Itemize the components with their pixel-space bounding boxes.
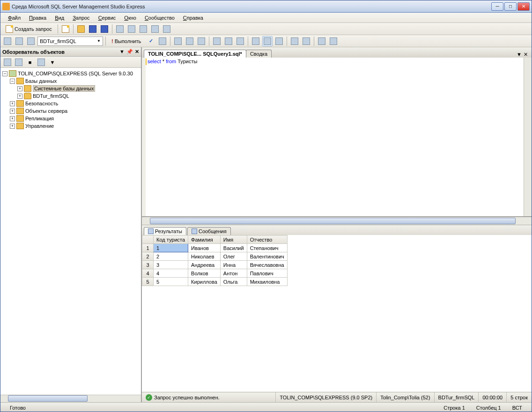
tb2-e[interactable]: [223, 36, 234, 46]
object-tree[interactable]: – TOLIN_COMP\SQLEXPRESS (SQL Server 9.0.…: [0, 68, 141, 395]
tree-management[interactable]: + Управление: [0, 122, 141, 130]
cell-lname[interactable]: Кириллова: [188, 278, 221, 286]
cell-id[interactable]: 2: [154, 252, 188, 261]
menu-file[interactable]: Файл: [4, 14, 24, 22]
editor-content[interactable]: select * from Туристы: [146, 58, 524, 216]
new-file-button[interactable]: [60, 24, 71, 34]
cell-mname[interactable]: Михаиловна: [247, 278, 287, 286]
pin-icon[interactable]: 📌: [126, 49, 133, 55]
expand-icon[interactable]: +: [10, 116, 15, 121]
col-fname[interactable]: Имя: [220, 235, 247, 244]
tb2-d[interactable]: [212, 36, 222, 46]
tb2-b[interactable]: [185, 36, 195, 46]
explorer-scrollbar[interactable]: [0, 395, 141, 402]
cell-id[interactable]: 3: [154, 261, 188, 269]
tree-root[interactable]: – TOLIN_COMP\SQLEXPRESS (SQL Server 9.0.…: [0, 70, 141, 77]
cell-fname[interactable]: Антон: [220, 269, 247, 278]
save-button[interactable]: [88, 24, 98, 34]
table-row[interactable]: 11ИвановВасилийСтепанович: [142, 244, 288, 252]
connect-button[interactable]: [2, 36, 13, 46]
tb-btn-b[interactable]: [126, 24, 137, 34]
oe-filter-button[interactable]: ▼: [47, 57, 58, 67]
cell-fname[interactable]: Инна: [220, 261, 247, 269]
tree-replication[interactable]: + Репликация: [0, 115, 141, 122]
execute-button[interactable]: ! Выполнить: [108, 37, 144, 45]
menu-view[interactable]: Вид: [51, 14, 68, 22]
close-panel-icon[interactable]: ✕: [135, 49, 139, 55]
menu-query[interactable]: Запрос: [69, 14, 93, 22]
sql-editor[interactable]: select * from Туристы: [142, 58, 532, 217]
parse-button[interactable]: ✓: [146, 36, 156, 46]
maximize-button[interactable]: □: [504, 2, 517, 11]
table-row[interactable]: 22НиколаевОлегВалентинович: [142, 252, 288, 261]
menu-edit[interactable]: Правка: [25, 14, 50, 22]
cell-id[interactable]: 1: [154, 244, 188, 252]
menu-tools[interactable]: Сервис: [95, 14, 120, 22]
tb2-f[interactable]: [235, 36, 245, 46]
cell-id[interactable]: 4: [154, 269, 188, 278]
minimize-button[interactable]: ─: [491, 2, 503, 11]
results-text-button[interactable]: [251, 36, 261, 46]
tab-messages[interactable]: Сообщения: [187, 227, 231, 235]
expand-icon[interactable]: –: [10, 79, 15, 84]
table-row[interactable]: 55КирилловаОльгаМихаиловна: [142, 278, 288, 286]
tree-databases[interactable]: – Базы данных: [0, 77, 141, 85]
oe-disconnect-button[interactable]: [14, 57, 24, 67]
cell-lname[interactable]: Андреева: [188, 261, 221, 269]
menu-help[interactable]: Справка: [179, 14, 207, 22]
tab-close-icon[interactable]: ✕: [524, 52, 528, 58]
change-connection-button[interactable]: [26, 36, 36, 46]
oe-connect-button[interactable]: [2, 57, 13, 67]
tab-results[interactable]: Результаты: [144, 227, 186, 235]
results-file-button[interactable]: [274, 36, 284, 46]
tab-dropdown-icon[interactable]: ▼: [517, 52, 522, 58]
dropdown-icon[interactable]: ▼: [119, 49, 125, 55]
results-grid[interactable]: Код туриста Фамилия Имя Отчество 11Ивано…: [142, 235, 532, 392]
database-combo[interactable]: BDTur_firmSQL ▼: [37, 37, 103, 46]
cell-mname[interactable]: Павлович: [247, 269, 287, 278]
col-lname[interactable]: Фамилия: [188, 235, 221, 244]
cell-mname[interactable]: Степанович: [247, 244, 287, 252]
cell-lname[interactable]: Иванов: [188, 244, 221, 252]
uncomment-button[interactable]: [328, 36, 339, 46]
tree-userdb[interactable]: + BDTur_firmSQL: [0, 92, 141, 100]
disconnect-button[interactable]: [14, 36, 24, 46]
cell-id[interactable]: 5: [154, 278, 188, 286]
tb-btn-e[interactable]: [162, 24, 172, 34]
menu-community[interactable]: Сообщество: [141, 14, 178, 22]
tb-btn-d[interactable]: [150, 24, 160, 34]
table-row[interactable]: 44ВолковАнтонПавлович: [142, 269, 288, 278]
expand-icon[interactable]: +: [17, 86, 22, 91]
tb-btn-a[interactable]: [115, 24, 125, 34]
comment-button[interactable]: [317, 36, 327, 46]
editor-hscrollbar[interactable]: [142, 217, 532, 225]
tb2-c[interactable]: [196, 36, 207, 46]
tree-sysdb[interactable]: + Системные базы данных: [0, 85, 141, 92]
col-mname[interactable]: Отчество: [247, 235, 287, 244]
expand-icon[interactable]: +: [10, 109, 15, 114]
tree-security[interactable]: + Безопасность: [0, 100, 141, 107]
cell-mname[interactable]: Валентинович: [247, 252, 287, 261]
expand-icon[interactable]: +: [10, 101, 15, 106]
cell-fname[interactable]: Василий: [220, 244, 247, 252]
tree-serverobj[interactable]: + Объекты сервера: [0, 107, 141, 115]
cell-fname[interactable]: Олег: [220, 252, 247, 261]
indent-button[interactable]: [289, 36, 300, 46]
results-grid-button[interactable]: [262, 36, 273, 46]
tb-btn-c[interactable]: [138, 24, 148, 34]
expand-icon[interactable]: –: [2, 71, 7, 76]
expand-icon[interactable]: +: [17, 94, 22, 99]
tb2-a[interactable]: [173, 36, 183, 46]
cancel-query-button[interactable]: [157, 36, 168, 46]
cell-lname[interactable]: Волков: [188, 269, 221, 278]
oe-stop-button[interactable]: ■: [25, 57, 35, 67]
save-all-button[interactable]: [99, 24, 110, 34]
menu-window[interactable]: Окно: [120, 14, 140, 22]
col-id[interactable]: Код туриста: [154, 235, 188, 244]
close-button[interactable]: ✕: [517, 2, 530, 11]
open-button[interactable]: [76, 24, 86, 34]
cell-mname[interactable]: Вячеславовна: [247, 261, 287, 269]
cell-lname[interactable]: Николаев: [188, 252, 221, 261]
expand-icon[interactable]: +: [10, 124, 15, 129]
table-row[interactable]: 33АндрееваИннаВячеславовна: [142, 261, 288, 269]
